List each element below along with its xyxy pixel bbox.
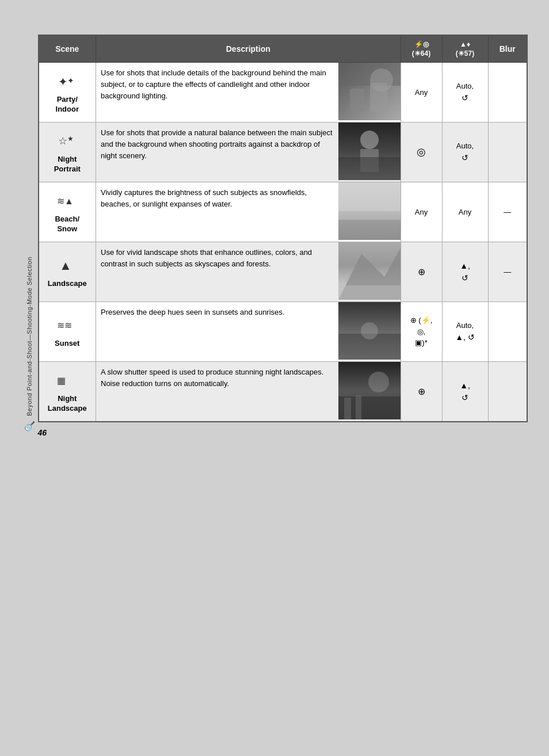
table-row: ☆★ NightPortrait Use for shots that prov… <box>39 123 528 182</box>
svg-rect-29 <box>344 398 351 419</box>
scene-name-night-portrait: NightPortrait <box>54 155 81 173</box>
scene-image-night-portrait <box>338 123 401 182</box>
blur-cell-party-indoor <box>488 63 527 123</box>
svg-rect-5 <box>370 83 387 112</box>
description-cell-beach-snow: Vividly captures the brightness of such … <box>96 182 401 242</box>
svg-text:★: ★ <box>67 135 74 143</box>
th-blur: Blur <box>488 35 527 63</box>
description-cell-sunset: Preserves the deep hues seen in sunsets … <box>96 302 401 362</box>
svg-text:≋≋: ≋≋ <box>57 320 72 330</box>
svg-text:▲: ▲ <box>59 258 72 273</box>
scene-icon-night-landscape: ▦ <box>43 370 93 392</box>
blur-cell-sunset <box>488 302 527 362</box>
scene-name-party-indoor: Party/Indoor <box>56 95 79 113</box>
description-text-night-landscape: A slow shutter speed is used to produce … <box>96 362 338 421</box>
svg-point-24 <box>361 322 378 339</box>
scene-image-beach-snow <box>338 182 401 242</box>
th-col3: ⚡◎ (☀64) <box>401 35 442 63</box>
scene-name-sunset: Sunset <box>55 339 79 348</box>
scene-icon-sunset: ≋≋ <box>43 315 93 337</box>
sidebar: 🔍 Beyond Point-and-Shoot—Shooting-Mode S… <box>21 35 38 437</box>
blur-cell-beach-snow: — <box>488 182 527 242</box>
description-cell-party-indoor: Use for shots that include details of th… <box>96 63 401 123</box>
svg-point-10 <box>360 131 379 149</box>
table-row: ▲ Landscape Use for vivid landscape shot… <box>39 242 528 302</box>
description-text-night-portrait: Use for shots that provide a natural bal… <box>96 123 338 182</box>
scene-cell-night-landscape: ▦ NightLandscape <box>39 362 96 422</box>
scene-cell-beach-snow: ≋▲ Beach/Snow <box>39 182 96 242</box>
th-scene: Scene <box>39 35 96 63</box>
description-cell-night-portrait: Use for shots that provide a natural bal… <box>96 123 401 182</box>
svg-rect-15 <box>338 182 401 211</box>
scene-icon-landscape: ▲ <box>43 255 93 277</box>
table-row: ≋≋ Sunset Preserves the deep hues seen i… <box>39 302 528 362</box>
scene-cell-landscape: ▲ Landscape <box>39 242 96 302</box>
page-wrapper: 🔍 Beyond Point-and-Shoot—Shooting-Mode S… <box>21 35 528 437</box>
svg-text:✦: ✦ <box>67 76 74 85</box>
table-row: ▦ NightLandscape A slow shutter speed is… <box>39 362 528 422</box>
flash-cell-sunset: ⊕ (⚡,◎,▣)* <box>401 302 442 362</box>
table-row: ✦✦ Party/Indoor Use for shots that inclu… <box>39 63 528 123</box>
sidebar-search-icon: 🔍 <box>24 420 35 432</box>
blur-cell-night-landscape <box>488 362 527 422</box>
svg-point-28 <box>368 372 389 392</box>
scene-cell-night-portrait: ☆★ NightPortrait <box>39 123 96 182</box>
scene-image-night-landscape <box>338 362 401 421</box>
col4-cell-night-portrait: Auto,↺ <box>442 123 488 182</box>
scene-icon-beach-snow: ≋▲ <box>43 190 93 212</box>
page-number: 46 <box>38 428 528 437</box>
svg-text:▦: ▦ <box>57 376 66 385</box>
col4-cell-party-indoor: Auto,↺ <box>442 63 488 123</box>
blur-cell-landscape: — <box>488 242 527 302</box>
scene-name-beach-snow: Beach/Snow <box>55 215 79 233</box>
col4-cell-landscape: ▲,↺ <box>442 242 488 302</box>
description-text-sunset: Preserves the deep hues seen in sunsets … <box>96 302 338 361</box>
description-cell-night-landscape: A slow shutter speed is used to produce … <box>96 362 401 422</box>
description-text-beach-snow: Vividly captures the brightness of such … <box>96 182 338 242</box>
description-cell-landscape: Use for vivid landscape shots that enhan… <box>96 242 401 302</box>
scene-cell-sunset: ≋≋ Sunset <box>39 302 96 362</box>
scene-cell-party-indoor: ✦✦ Party/Indoor <box>39 63 96 123</box>
col4-cell-sunset: Auto,▲, ↺ <box>442 302 488 362</box>
scene-table: Scene Description ⚡◎ (☀64) ▲♦ <box>38 35 528 422</box>
sidebar-text: Beyond Point-and-Shoot—Shooting-Mode Sel… <box>26 257 33 416</box>
main-content: Scene Description ⚡◎ (☀64) ▲♦ <box>38 35 528 437</box>
description-text-party-indoor: Use for shots that include details of th… <box>96 63 338 122</box>
scene-image-landscape <box>338 242 401 301</box>
svg-rect-16 <box>338 220 401 240</box>
flash-cell-night-portrait: ◎ <box>401 123 442 182</box>
svg-rect-20 <box>338 285 401 300</box>
svg-text:≋▲: ≋▲ <box>57 196 74 206</box>
svg-text:☆: ☆ <box>58 135 67 147</box>
scene-icon-night-portrait: ☆★ <box>43 131 93 152</box>
scene-icon-party-indoor: ✦✦ <box>43 71 93 93</box>
flash-cell-night-landscape: ⊕ <box>401 362 442 422</box>
flash-cell-beach-snow: Any <box>401 182 442 242</box>
col4-cell-night-landscape: ▲,↺ <box>442 362 488 422</box>
scene-name-night-landscape: NightLandscape <box>48 394 87 413</box>
table-row: ≋▲ Beach/Snow Vividly captures the brigh… <box>39 182 528 242</box>
scene-image-party-indoor <box>338 63 401 122</box>
description-text-landscape: Use for vivid landscape shots that enhan… <box>96 242 338 301</box>
flash-cell-landscape: ⊕ <box>401 242 442 302</box>
svg-rect-30 <box>356 395 361 419</box>
th-col4: ▲♦ (☀57) <box>442 35 488 63</box>
th-description: Description <box>96 35 401 63</box>
svg-rect-6 <box>350 89 364 112</box>
scene-image-sunset <box>338 302 401 361</box>
flash-cell-party-indoor: Any <box>401 63 442 123</box>
col4-cell-beach-snow: Any <box>442 182 488 242</box>
svg-text:✦: ✦ <box>58 75 68 88</box>
blur-cell-night-portrait <box>488 123 527 182</box>
scene-name-landscape: Landscape <box>48 279 87 288</box>
svg-rect-12 <box>338 157 401 180</box>
